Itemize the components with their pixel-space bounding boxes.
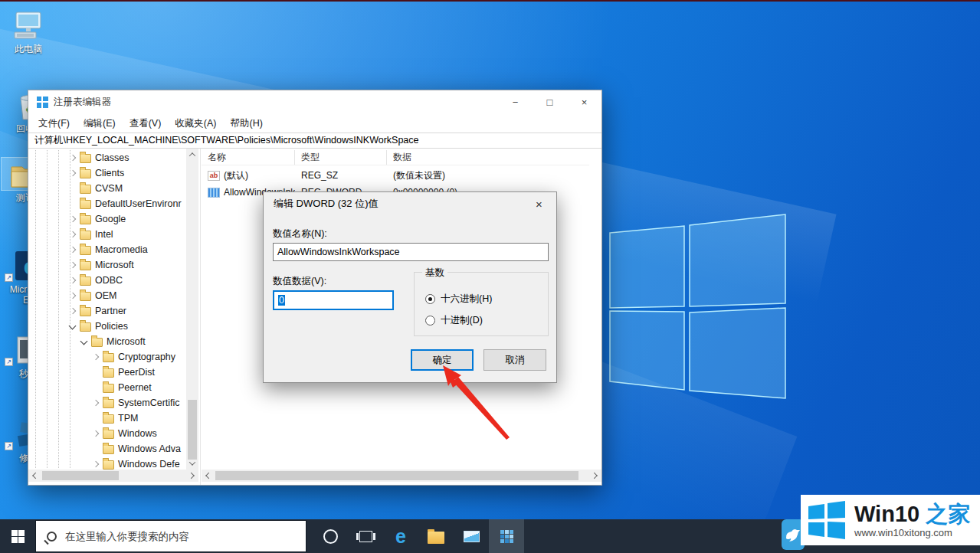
tree-item-oem[interactable]: OEM bbox=[28, 288, 185, 303]
task-view-icon bbox=[359, 531, 372, 542]
menu-item[interactable]: 收藏夹(A) bbox=[168, 115, 223, 133]
tree-item-label: Google bbox=[95, 214, 126, 224]
menu-item[interactable]: 编辑(E) bbox=[77, 115, 123, 133]
scroll-down-arrow[interactable] bbox=[186, 457, 198, 470]
column-header-type[interactable]: 类型 bbox=[295, 150, 387, 165]
tree-item-policies[interactable]: Policies bbox=[28, 319, 185, 334]
tree-item-label: Peernet bbox=[118, 382, 152, 393]
chevron-right-icon[interactable] bbox=[91, 398, 101, 408]
address-bar[interactable]: 计算机\HKEY_LOCAL_MACHINE\SOFTWARE\Policies… bbox=[28, 133, 601, 149]
value-name-field[interactable]: AllowWindowsInkWorkspace bbox=[273, 243, 549, 261]
scroll-up-arrow[interactable] bbox=[186, 149, 198, 161]
close-button[interactable]: × bbox=[567, 90, 601, 114]
folder-icon bbox=[80, 261, 91, 270]
desktop-icon-this-pc[interactable]: 此电脑 bbox=[5, 9, 52, 54]
folder-icon bbox=[80, 154, 91, 163]
chevron-down-icon[interactable] bbox=[80, 337, 90, 347]
tree-item-label: Windows Defe bbox=[118, 459, 180, 470]
start-button[interactable] bbox=[0, 519, 35, 553]
tree-item-peernet[interactable]: Peernet bbox=[28, 380, 185, 395]
tree-item-windows[interactable]: Windows bbox=[28, 426, 185, 441]
taskbar-edge-button[interactable]: e bbox=[383, 519, 418, 553]
tree-item-odbc[interactable]: ODBC bbox=[28, 273, 185, 288]
scrollbar-thumb[interactable] bbox=[188, 400, 197, 460]
search-input[interactable] bbox=[64, 530, 278, 543]
chevron-right-icon[interactable] bbox=[68, 291, 78, 301]
taskbar-search-box[interactable] bbox=[35, 520, 306, 552]
chevron-down-icon[interactable] bbox=[68, 322, 78, 332]
chevron-right-icon[interactable] bbox=[91, 429, 101, 439]
tree-item-macromedia[interactable]: Macromedia bbox=[28, 242, 185, 257]
chevron-right-icon[interactable] bbox=[68, 169, 78, 178]
title-bar[interactable]: 注册表编辑器 − □ × bbox=[28, 90, 601, 114]
chevron-right-icon[interactable] bbox=[68, 245, 78, 255]
scroll-left-arrow[interactable] bbox=[202, 470, 214, 482]
tree-item-tpm[interactable]: TPM bbox=[28, 411, 185, 426]
registry-app-icon bbox=[37, 97, 48, 108]
column-header-name[interactable]: 名称 bbox=[202, 150, 295, 165]
tree-item-clients[interactable]: Clients bbox=[28, 165, 185, 181]
list-horizontal-scrollbar[interactable] bbox=[202, 470, 601, 482]
value-data-field[interactable]: 0 bbox=[273, 290, 394, 310]
tree-item-classes[interactable]: Classes bbox=[28, 150, 185, 165]
tree-item-peerdist[interactable]: PeerDist bbox=[28, 365, 185, 380]
chevron-right-icon[interactable] bbox=[91, 460, 101, 470]
tree-item-google[interactable]: Google bbox=[28, 211, 185, 227]
hex-radio-label: 十六进制(H) bbox=[441, 293, 492, 306]
tree-item-partner[interactable]: Partner bbox=[28, 303, 185, 319]
value-row[interactable]: ab(默认)REG_SZ(数值未设置) bbox=[202, 168, 589, 183]
chevron-right-icon[interactable] bbox=[91, 352, 101, 362]
scrollbar-thumb[interactable] bbox=[42, 471, 119, 480]
column-header-data[interactable]: 数据 bbox=[387, 150, 589, 165]
folder-icon bbox=[80, 292, 91, 301]
dialog-close-button[interactable]: × bbox=[522, 192, 556, 215]
menu-item[interactable]: 帮助(H) bbox=[223, 115, 269, 133]
value-name-label: 数值名称(N): bbox=[273, 227, 327, 241]
tree-item-cryptography[interactable]: Cryptography bbox=[28, 349, 185, 365]
dec-radio-option[interactable]: 十进制(D) bbox=[425, 314, 483, 327]
maximize-button[interactable]: □ bbox=[533, 90, 567, 114]
hex-radio-option[interactable]: 十六进制(H) bbox=[425, 293, 492, 306]
cancel-button[interactable]: 取消 bbox=[483, 349, 546, 371]
tree-item-microsoft[interactable]: Microsoft bbox=[28, 257, 185, 273]
file-explorer-button[interactable] bbox=[418, 519, 454, 553]
mail-button[interactable] bbox=[454, 519, 489, 553]
scroll-right-arrow[interactable] bbox=[186, 470, 198, 482]
this-pc-icon bbox=[5, 9, 52, 41]
dword-icon bbox=[208, 188, 220, 198]
cortana-button[interactable] bbox=[313, 519, 348, 553]
scroll-right-arrow[interactable] bbox=[589, 470, 601, 482]
tree-item-intel[interactable]: Intel bbox=[28, 227, 185, 242]
pane-divider[interactable] bbox=[200, 149, 201, 485]
scrollbar-thumb[interactable] bbox=[215, 471, 578, 480]
radio-unselected-icon[interactable] bbox=[425, 316, 435, 326]
chevron-right-icon[interactable] bbox=[68, 153, 78, 163]
task-view-button[interactable] bbox=[348, 519, 383, 553]
tree-horizontal-scrollbar[interactable] bbox=[28, 470, 198, 482]
menu-item[interactable]: 文件(F) bbox=[31, 115, 77, 133]
value-data: (数值未设置) bbox=[387, 169, 589, 182]
chevron-right-icon[interactable] bbox=[68, 230, 78, 240]
chevron-right-icon[interactable] bbox=[68, 306, 78, 316]
tree-item-windows-adva[interactable]: Windows Adva bbox=[28, 441, 185, 456]
tree-item-defaultuserenvironr[interactable]: DefaultUserEnvironr bbox=[28, 196, 185, 211]
menu-bar: 文件(F)编辑(E)查看(V)收藏夹(A)帮助(H) bbox=[28, 114, 601, 133]
chevron-right-icon[interactable] bbox=[68, 260, 78, 270]
folder-icon bbox=[80, 200, 91, 209]
dialog-title: 编辑 DWORD (32 位)值 bbox=[264, 192, 556, 215]
tree-item-systemcertific[interactable]: SystemCertific bbox=[28, 395, 185, 411]
ok-button[interactable]: 确定 bbox=[411, 349, 474, 371]
folder-icon bbox=[103, 353, 114, 362]
tree-item-microsoft[interactable]: Microsoft bbox=[28, 334, 185, 349]
tree-item-cvsm[interactable]: CVSM bbox=[28, 181, 185, 196]
menu-item[interactable]: 查看(V) bbox=[123, 115, 169, 133]
scroll-left-arrow[interactable] bbox=[28, 470, 41, 482]
tree-vertical-scrollbar[interactable] bbox=[186, 149, 198, 470]
radio-selected-icon[interactable] bbox=[425, 294, 435, 304]
registry-editor-taskbar-button[interactable] bbox=[489, 519, 524, 553]
chevron-right-icon[interactable] bbox=[68, 276, 78, 286]
string-icon: ab bbox=[208, 171, 220, 181]
registry-tree-pane: ClassesClientsCVSMDefaultUserEnvironrGoo… bbox=[28, 149, 198, 485]
chevron-right-icon[interactable] bbox=[68, 214, 78, 224]
minimize-button[interactable]: − bbox=[498, 90, 533, 114]
